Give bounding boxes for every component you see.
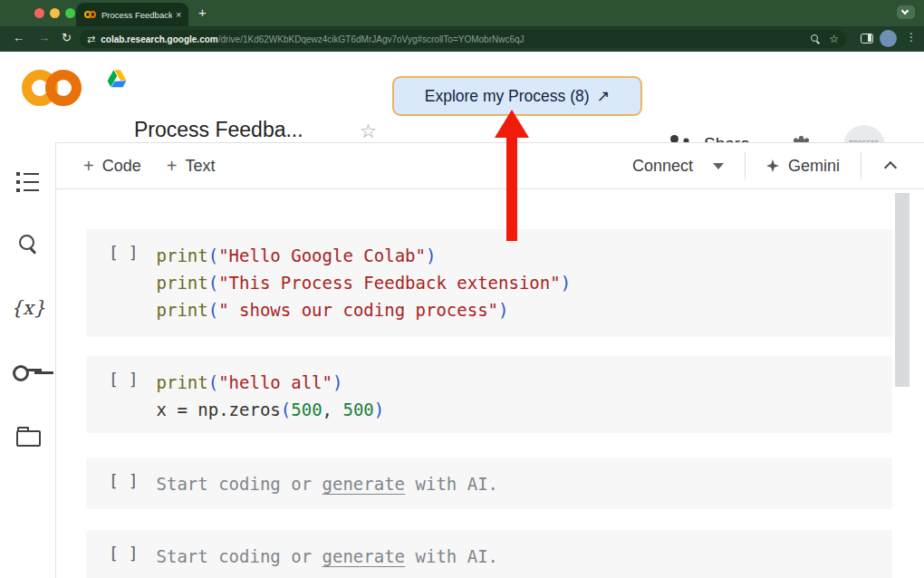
left-sidebar: {x}: [0, 142, 56, 578]
table-of-contents-icon[interactable]: [0, 162, 56, 202]
forward-icon[interactable]: →: [38, 31, 50, 44]
placeholder-text: Start coding or: [157, 474, 322, 494]
placeholder-text: with AI.: [405, 546, 498, 566]
colab-header: Process Feedba... ☆ File Edit View Inser…: [0, 52, 924, 142]
explore-button-label: Explore my Process (8): [425, 87, 590, 106]
code-token: print: [157, 246, 208, 265]
secrets-key-icon[interactable]: [0, 352, 56, 392]
code-token: (: [208, 273, 218, 293]
search-icon[interactable]: [0, 224, 56, 264]
placeholder-line: Start coding or generate with AI.: [157, 543, 499, 570]
code-token: print: [157, 300, 208, 320]
gemini-button[interactable]: Gemini: [766, 157, 840, 176]
code-line: print(" shows our coding process"): [157, 296, 572, 323]
zoom-lens-icon[interactable]: [811, 34, 820, 43]
chrome-chevron-down-icon[interactable]: [897, 5, 915, 19]
bookmark-star-icon[interactable]: ☆: [829, 33, 839, 45]
code-line: x = np.zeros(500, 500): [157, 396, 385, 423]
code-line: print("This Process Feedback extension"): [157, 269, 572, 296]
colab-favicon: [84, 11, 96, 18]
favorite-star-icon[interactable]: ☆: [360, 120, 377, 142]
browser-tab[interactable]: Process Feedback for Googl ×: [76, 3, 188, 26]
code-token: ): [332, 372, 342, 392]
address-bar[interactable]: ⇄ colab.research.google.com /drive/1Kd62…: [80, 30, 846, 48]
connect-button[interactable]: Connect: [632, 157, 724, 176]
code-token: (: [281, 400, 291, 419]
cell-code[interactable]: Start coding or generate with AI.: [157, 543, 499, 578]
variables-icon[interactable]: {x}: [0, 288, 56, 328]
connect-label: Connect: [632, 157, 693, 176]
annotation-arrow-shaft: [506, 135, 517, 241]
back-icon[interactable]: ←: [13, 31, 24, 44]
notebook-toolbar: + Code + Text Connect Gemini: [56, 142, 924, 189]
gemini-label: Gemini: [788, 157, 840, 176]
placeholder-cell[interactable]: [ ]Start coding or generate with AI.: [86, 458, 892, 509]
code-token: ): [561, 273, 571, 293]
google-drive-icon: [105, 69, 129, 91]
generate-link[interactable]: generate: [322, 474, 406, 494]
code-token: ): [374, 400, 384, 419]
tab-title: Process Feedback for Googl: [101, 10, 172, 20]
run-cell-button[interactable]: [ ]: [109, 471, 139, 509]
new-tab-button[interactable]: +: [198, 5, 207, 20]
side-panel-icon[interactable]: [861, 34, 873, 43]
placeholder-text: with AI.: [405, 474, 498, 494]
generate-link[interactable]: generate: [322, 546, 406, 566]
code-cell[interactable]: [ ]print("Hello Google Colab")print("Thi…: [86, 229, 892, 337]
collapse-chevron-up-icon[interactable]: [882, 159, 902, 172]
code-token: ): [426, 246, 436, 265]
code-token: 500: [342, 400, 373, 419]
files-folder-icon[interactable]: [0, 417, 56, 457]
code-token: (: [208, 300, 218, 320]
browser-url-row: ← → ↻ ⇄ colab.research.google.com /drive…: [0, 26, 924, 52]
chrome-profile-avatar[interactable]: [880, 30, 897, 47]
gemini-spark-icon: [766, 159, 779, 172]
code-token: (: [208, 246, 218, 265]
placeholder-line: Start coding or generate with AI.: [157, 470, 499, 497]
code-token: "Hello Google Colab": [218, 246, 426, 265]
placeholder-text: Start coding or: [157, 546, 322, 566]
code-token: " shows our coding process": [218, 300, 498, 320]
run-cell-button[interactable]: [ ]: [109, 243, 139, 337]
reload-icon[interactable]: ↻: [62, 31, 72, 44]
tab-close-icon[interactable]: ×: [176, 9, 181, 20]
add-code-label: Code: [102, 157, 141, 176]
add-text-label: Text: [185, 157, 215, 176]
add-code-button[interactable]: + Code: [83, 156, 141, 177]
add-text-button[interactable]: + Text: [167, 156, 216, 177]
code-token: "This Process Feedback extension": [218, 273, 561, 293]
cell-code[interactable]: Start coding or generate with AI.: [157, 470, 499, 509]
run-cell-button[interactable]: [ ]: [109, 544, 139, 578]
external-link-icon: ↗: [597, 87, 611, 106]
placeholder-cell[interactable]: [ ]Start coding or generate with AI.: [86, 530, 892, 578]
code-line: print("Hello Google Colab"): [157, 242, 572, 269]
code-token: x = np.zeros: [157, 400, 281, 419]
scrollbar-thumb[interactable]: [895, 193, 910, 387]
maximize-window-button[interactable]: [65, 8, 75, 18]
run-cell-button[interactable]: [ ]: [109, 370, 139, 433]
chevron-down-icon[interactable]: [713, 163, 724, 169]
browser-titlebar: Process Feedback for Googl × +: [0, 0, 924, 26]
code-cell[interactable]: [ ]print("hello all")x = np.zeros(500, 5…: [86, 356, 892, 433]
cell-code[interactable]: print("hello all")x = np.zeros(500, 500): [157, 369, 385, 433]
code-token: 500: [291, 400, 322, 419]
chrome-menu-kebab-icon[interactable]: ⋮: [906, 31, 917, 43]
url-domain: colab.research.google.com: [101, 34, 218, 44]
close-window-button[interactable]: [34, 8, 44, 18]
code-token: print: [157, 273, 208, 293]
notebook-title[interactable]: Process Feedba...: [134, 118, 303, 142]
tune-icon[interactable]: ⇄: [87, 34, 95, 45]
toolbar-divider: [861, 152, 861, 179]
colab-logo-icon: [22, 70, 82, 106]
plus-icon: +: [167, 156, 178, 177]
code-token: print: [157, 372, 208, 392]
plus-icon: +: [83, 156, 94, 177]
url-path: /drive/1Kd62WKbKDqewz4cikGT6dMrJAgv7oVyg…: [218, 34, 812, 44]
notebook-cells: [ ]print("Hello Google Colab")print("Thi…: [56, 189, 924, 578]
annotation-arrow-head: [495, 110, 529, 138]
code-token: ,: [322, 400, 343, 419]
minimize-window-button[interactable]: [50, 8, 60, 18]
code-token: "hello all": [218, 372, 332, 392]
code-token: (: [208, 372, 218, 392]
cell-code[interactable]: print("Hello Google Colab")print("This P…: [157, 242, 572, 337]
